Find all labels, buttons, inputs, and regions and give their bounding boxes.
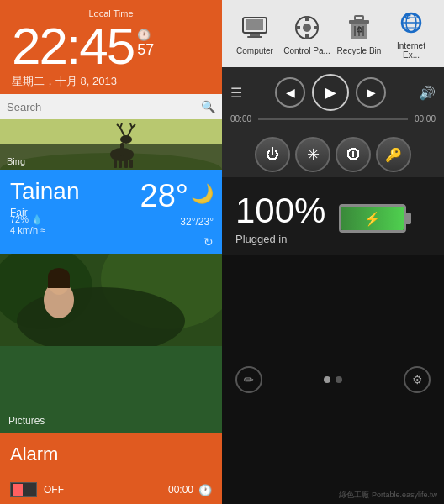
- svg-rect-32: [305, 34, 309, 39]
- alarm-toggle[interactable]: [10, 482, 37, 497]
- desktop-icons-area: Computer Control Pa...: [222, 0, 444, 67]
- battery-tip: [406, 213, 411, 224]
- clock-date: 星期二，十月 8, 2013: [12, 74, 210, 89]
- alarm-title: Alarm: [10, 444, 212, 465]
- dock-dots: [324, 376, 342, 383]
- svg-rect-33: [295, 26, 300, 29]
- left-panel: Local Time 22:45 🕐 57 星期二，十月 8, 2013 🔍: [0, 0, 222, 504]
- hamburger-menu-icon[interactable]: ☰: [230, 85, 242, 101]
- pictures-tile: Pictures: [0, 254, 222, 433]
- alarm-off-label: OFF: [44, 484, 168, 496]
- svg-rect-37: [355, 16, 363, 20]
- dock-settings-button[interactable]: ✏: [235, 366, 262, 393]
- control-panel-label: Control Pa...: [283, 46, 330, 55]
- bottom-dock: ✏ ⚙: [222, 255, 444, 504]
- svg-text:♻: ♻: [356, 25, 363, 34]
- weather-tile: Tainan Fair 28° 🌙 32°/23° 72% 💧 4 km/h ≈…: [0, 170, 222, 254]
- ctrl-key-button[interactable]: 🔑: [376, 137, 411, 172]
- media-play-button[interactable]: ▶: [312, 74, 349, 111]
- clock-icon: 🕐: [137, 29, 154, 41]
- bing-label: Bing: [7, 156, 25, 166]
- battery-plug-icon: ⚡: [364, 210, 381, 226]
- computer-label: Computer: [236, 46, 273, 55]
- ctrl-shutdown-button[interactable]: ⏼: [336, 137, 371, 172]
- media-time-right: 00:00: [415, 114, 436, 123]
- alarm-tile: Alarm: [0, 433, 222, 475]
- watermark: 綠色工廠 Portable.easylife.tw: [339, 490, 437, 501]
- pictures-label: Pictures: [8, 415, 45, 427]
- control-panel-svg: [293, 14, 320, 41]
- desktop-icon-ie[interactable]: e Internet Ex...: [388, 8, 435, 60]
- dock-dot-2[interactable]: [336, 376, 342, 383]
- dock-dot-1[interactable]: [324, 376, 330, 383]
- battery-percent: 100%: [235, 191, 325, 231]
- control-buttons-row: ⏻ ✳ ⏼ 🔑: [222, 132, 444, 177]
- svg-text:e: e: [404, 9, 411, 22]
- svg-rect-27: [250, 34, 260, 36]
- svg-rect-5: [120, 143, 124, 156]
- ctrl-settings-button[interactable]: ✳: [295, 137, 330, 172]
- weather-temp: 28°: [140, 178, 188, 214]
- desktop-icon-recycle[interactable]: ♻ Recycle Bin: [336, 13, 383, 55]
- computer-icon: [240, 13, 270, 43]
- pencil-icon: ✏: [244, 373, 254, 386]
- svg-rect-24: [48, 276, 70, 288]
- svg-rect-7: [119, 160, 122, 168]
- recycle-bin-icon: ♻: [344, 13, 374, 43]
- search-bar: 🔍: [0, 94, 222, 119]
- volume-icon[interactable]: 🔊: [419, 85, 436, 101]
- battery-info: 100% Plugged in: [235, 191, 325, 245]
- svg-rect-2: [0, 119, 222, 144]
- battery-status: Plugged in: [235, 233, 325, 245]
- clock-time: 22:45: [12, 20, 134, 72]
- bing-background: [0, 119, 222, 170]
- bing-scene-svg: [0, 119, 222, 170]
- svg-rect-31: [305, 16, 309, 21]
- weather-refresh-button[interactable]: ↻: [204, 235, 214, 249]
- right-panel: Computer Control Pa...: [222, 0, 444, 504]
- bing-tile: Bing: [0, 119, 222, 170]
- svg-point-30: [303, 24, 311, 32]
- search-icon[interactable]: 🔍: [201, 100, 215, 113]
- media-progress-bar[interactable]: [258, 118, 408, 120]
- weather-icon: 🌙: [191, 183, 214, 205]
- alarm-time: 00:00: [168, 484, 193, 496]
- pictures-scene-svg: [0, 254, 222, 346]
- gear-icon: ⚙: [412, 373, 423, 386]
- svg-point-10: [120, 135, 132, 144]
- media-prev-button[interactable]: ◀: [275, 77, 305, 108]
- ie-icon: e: [396, 8, 426, 38]
- svg-rect-34: [314, 26, 319, 29]
- alarm-bottom-bar: OFF 00:00 🕐: [0, 475, 222, 504]
- alarm-clock-icon: 🕐: [198, 484, 212, 496]
- clock-tile: Local Time 22:45 🕐 57 星期二，十月 8, 2013: [0, 0, 222, 94]
- svg-rect-9: [130, 160, 133, 168]
- media-progress-row: 00:00 00:00: [230, 114, 436, 123]
- computer-svg: [241, 16, 268, 39]
- svg-rect-8: [124, 160, 128, 168]
- clock-seconds: 57: [137, 41, 154, 59]
- battery-body: ⚡: [339, 204, 406, 233]
- ctrl-power-button[interactable]: ⏻: [255, 137, 290, 172]
- desktop-icon-control[interactable]: Control Pa...: [283, 13, 330, 55]
- media-next-button[interactable]: ▶: [356, 77, 386, 108]
- svg-rect-28: [247, 36, 262, 38]
- search-input[interactable]: [7, 101, 201, 113]
- svg-rect-26: [246, 19, 263, 30]
- svg-rect-6: [114, 160, 117, 168]
- weather-range: 32°/23°: [180, 216, 214, 228]
- ie-svg: e: [398, 9, 425, 36]
- media-time-left: 00:00: [230, 114, 251, 123]
- weather-humidity: 72% 💧: [10, 214, 43, 224]
- recycle-bin-label: Recycle Bin: [337, 46, 382, 55]
- control-panel-icon: [292, 13, 322, 43]
- desktop-icon-computer[interactable]: Computer: [231, 13, 278, 55]
- weather-wind: 4 km/h ≈: [10, 225, 45, 235]
- battery-visual: ⚡: [339, 204, 411, 233]
- weather-details: 72% 💧 4 km/h ≈: [10, 214, 45, 235]
- media-section: ☰ ◀ ▶ ▶ 🔊 00:00 00:00: [222, 67, 444, 132]
- dock-gear-button[interactable]: ⚙: [404, 366, 431, 393]
- battery-section: 100% Plugged in ⚡: [222, 177, 444, 255]
- recycle-bin-svg: ♻: [347, 14, 371, 41]
- ie-label: Internet Ex...: [388, 41, 435, 60]
